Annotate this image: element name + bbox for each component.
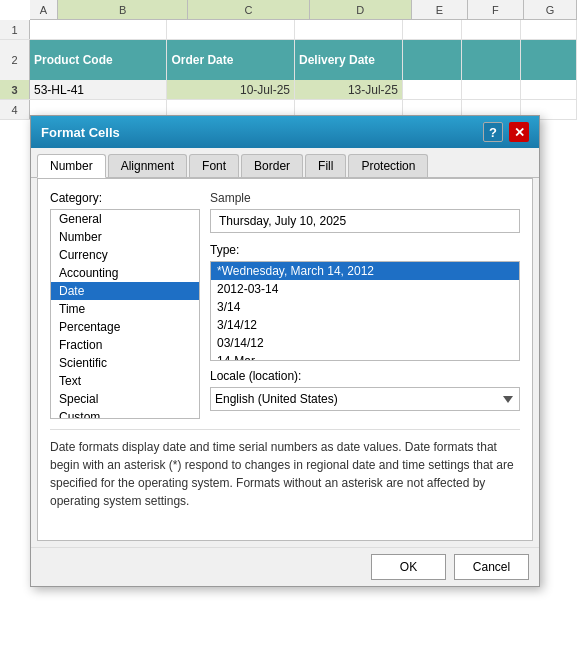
sheet-cell[interactable] xyxy=(462,40,521,80)
sheet-cell-product-code-value[interactable]: 53-HL-41 xyxy=(30,80,167,99)
list-item[interactable]: General xyxy=(51,210,199,228)
sheet-cell[interactable] xyxy=(403,20,462,39)
sheet-cell-order-date[interactable]: Order Date xyxy=(167,40,295,80)
col-header-d: D xyxy=(310,0,412,19)
locale-select[interactable]: English (United States) English (United … xyxy=(210,387,520,411)
list-item[interactable]: 2012-03-14 xyxy=(211,280,519,298)
sheet-cell-delivery-date-value[interactable]: 13-Jul-25 xyxy=(295,80,403,99)
right-column: Sample Thursday, July 10, 2025 Type: *We… xyxy=(210,191,520,419)
list-item[interactable]: Time xyxy=(51,300,199,318)
tab-protection[interactable]: Protection xyxy=(348,154,428,177)
list-item[interactable]: *Wednesday, March 14, 2012 xyxy=(211,262,519,280)
category-label: Category: xyxy=(50,191,200,205)
col-header-f: F xyxy=(468,0,524,19)
list-item[interactable]: Special xyxy=(51,390,199,408)
list-item[interactable]: Accounting xyxy=(51,264,199,282)
list-item-date[interactable]: Date xyxy=(51,282,199,300)
list-item[interactable]: 3/14/12 xyxy=(211,316,519,334)
help-button[interactable]: ? xyxy=(483,122,503,142)
col-header-e: E xyxy=(412,0,468,19)
ok-button[interactable]: OK xyxy=(371,554,446,580)
col-header-b: B xyxy=(58,0,188,19)
row-number: 3 xyxy=(0,80,30,99)
sheet-cell[interactable] xyxy=(403,40,462,80)
dialog-content-area: Category: General Number Currency Accoun… xyxy=(37,178,533,541)
category-list[interactable]: General Number Currency Accounting Date … xyxy=(50,209,200,419)
dialog-title: Format Cells xyxy=(41,125,120,140)
sheet-cell[interactable] xyxy=(521,20,577,39)
row-number: 4 xyxy=(0,100,30,119)
table-row: 3 53-HL-41 10-Jul-25 13-Jul-25 xyxy=(0,80,577,100)
sheet-cell[interactable] xyxy=(30,20,167,39)
sample-label: Sample xyxy=(210,191,520,205)
locale-label: Locale (location): xyxy=(210,369,520,383)
sheet-cell[interactable] xyxy=(462,20,521,39)
list-item[interactable]: 03/14/12 xyxy=(211,334,519,352)
row-number: 1 xyxy=(0,20,30,39)
sheet-cell[interactable] xyxy=(167,20,295,39)
sheet-cell-delivery-date[interactable]: Delivery Date xyxy=(295,40,403,80)
format-list-container: *Wednesday, March 14, 2012 2012-03-14 3/… xyxy=(210,261,520,361)
sheet-cell[interactable] xyxy=(462,80,521,99)
col-header-g: G xyxy=(524,0,577,19)
locale-container: English (United States) English (United … xyxy=(210,387,520,411)
type-label: Type: xyxy=(210,243,520,257)
sheet-cell[interactable] xyxy=(521,40,577,80)
tab-number[interactable]: Number xyxy=(37,154,106,178)
list-item[interactable]: Fraction xyxy=(51,336,199,354)
col-header-a: A xyxy=(30,0,58,19)
list-item[interactable]: Scientific xyxy=(51,354,199,372)
tab-fill[interactable]: Fill xyxy=(305,154,346,177)
category-column: Category: General Number Currency Accoun… xyxy=(50,191,200,419)
dialog-titlebar: Format Cells ? ✕ xyxy=(31,116,539,148)
tab-alignment[interactable]: Alignment xyxy=(108,154,187,177)
description-text: Date formats display date and time seria… xyxy=(50,429,520,518)
list-item[interactable]: Custom xyxy=(51,408,199,419)
column-headers: A B C D E F G xyxy=(30,0,577,20)
list-item[interactable]: 3/14 xyxy=(211,298,519,316)
row-number: 2 xyxy=(0,40,30,80)
sheet-cell-order-date-value[interactable]: 10-Jul-25 xyxy=(167,80,295,99)
cancel-button[interactable]: Cancel xyxy=(454,554,529,580)
table-row: 1 xyxy=(0,20,577,40)
format-cells-dialog: Format Cells ? ✕ Number Alignment Font B… xyxy=(30,115,540,587)
list-item[interactable]: Currency xyxy=(51,246,199,264)
close-button[interactable]: ✕ xyxy=(509,122,529,142)
dialog-tabs: Number Alignment Font Border Fill Protec… xyxy=(31,148,539,178)
list-item[interactable]: Number xyxy=(51,228,199,246)
list-item[interactable]: 14-Mar xyxy=(211,352,519,361)
two-column-layout: Category: General Number Currency Accoun… xyxy=(50,191,520,419)
dialog-footer: OK Cancel xyxy=(31,547,539,586)
sheet-cell[interactable] xyxy=(295,20,403,39)
sheet-cell[interactable] xyxy=(403,80,462,99)
tab-border[interactable]: Border xyxy=(241,154,303,177)
sample-value: Thursday, July 10, 2025 xyxy=(210,209,520,233)
format-type-list[interactable]: *Wednesday, March 14, 2012 2012-03-14 3/… xyxy=(210,261,520,361)
tab-font[interactable]: Font xyxy=(189,154,239,177)
list-item[interactable]: Percentage xyxy=(51,318,199,336)
list-item[interactable]: Text xyxy=(51,372,199,390)
sheet-cell-product-code[interactable]: Product Code xyxy=(30,40,167,80)
col-header-c: C xyxy=(188,0,309,19)
table-row: 2 Product Code Order Date Delivery Date xyxy=(0,40,577,80)
sheet-cell[interactable] xyxy=(521,80,577,99)
dialog-controls: ? ✕ xyxy=(483,122,529,142)
